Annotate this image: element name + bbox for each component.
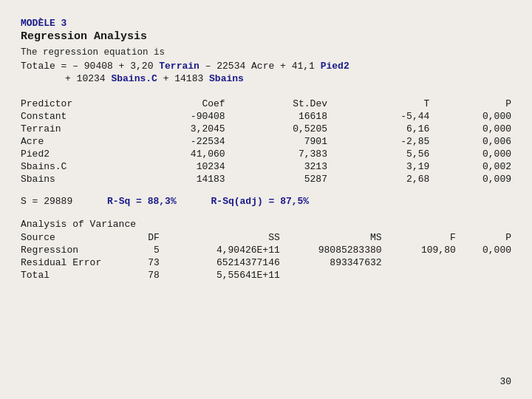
pred-p: 0,006 — [429, 135, 511, 148]
pred-coef: 41,060 — [123, 148, 225, 160]
anova-source: Total — [21, 269, 123, 282]
regression-title: Regression Analysis — [21, 30, 511, 43]
pred-name: Terrain — [21, 123, 123, 135]
pred-t: -2,85 — [327, 135, 429, 148]
eq-line2-prefix: + 10234 — [65, 73, 111, 84]
anova-ss: 65214377146 — [160, 256, 280, 269]
pred-stdev: 16618 — [225, 110, 327, 123]
eq-line1-mid: – 22534 Acre + 41,1 — [200, 61, 321, 72]
header-stdev: St.Dev — [225, 98, 327, 110]
pred-stdev: 0,5205 — [225, 123, 327, 135]
anova-header: Analysis of Variance — [21, 219, 511, 230]
rsq-spacer2 — [183, 196, 205, 207]
eq-sbainsc: Sbains.C — [111, 73, 157, 84]
anova-ms: 893347632 — [280, 256, 382, 269]
anova-col-p: P — [456, 231, 511, 244]
anova-header-row: Source DF SS MS F P — [21, 231, 511, 244]
anova-row: Total 78 5,55641E+11 — [21, 269, 511, 282]
anova-p — [456, 256, 511, 269]
anova-df: 5 — [123, 244, 160, 256]
rsq-adj-value: R-Sq(adj) = 87,5% — [211, 196, 310, 207]
pred-p: 0,000 — [429, 123, 511, 135]
page-number: 30 — [499, 376, 511, 387]
anova-row: Regression 5 4,90426E+11 98085283380 109… — [21, 244, 511, 256]
pred-name: Pied2 — [21, 148, 123, 160]
eq-sbains: Sbains — [209, 73, 244, 84]
pred-coef: -22534 — [123, 135, 225, 148]
anova-ss: 5,55641E+11 — [160, 269, 280, 282]
anova-ms — [280, 269, 382, 282]
header-p: P — [429, 98, 511, 110]
rsq-spacer — [78, 196, 101, 207]
anova-f — [382, 269, 456, 282]
anova-row: Residual Error 73 65214377146 893347632 — [21, 256, 511, 269]
pred-coef: 14183 — [123, 173, 225, 185]
pred-t: 2,68 — [327, 173, 429, 185]
pred-stdev: 7,383 — [225, 148, 327, 160]
eq-line1-prefix: Totale = – 90408 + 3,20 — [21, 61, 159, 72]
anova-f: 109,80 — [382, 244, 456, 256]
table-row: Sbains 14183 5287 2,68 0,009 — [21, 173, 511, 185]
anova-source: Residual Error — [21, 256, 123, 269]
anova-col-source: Source — [21, 231, 123, 244]
pred-coef: 10234 — [123, 160, 225, 173]
header-coef: Coef — [123, 98, 225, 110]
pred-name: Constant — [21, 110, 123, 123]
s-value: S = 29889 — [21, 196, 72, 207]
rsq-line: S = 29889 R-Sq = 88,3% R-Sq(adj) = 87,5% — [21, 196, 511, 207]
pred-stdev: 3213 — [225, 160, 327, 173]
table-row: Acre -22534 7901 -2,85 0,006 — [21, 135, 511, 148]
eq-pied2: Pied2 — [321, 61, 349, 72]
pred-stdev: 7901 — [225, 135, 327, 148]
equation-line2: + 10234 Sbains.C + 14183 Sbains — [65, 73, 511, 84]
pred-name: Sbains.C — [21, 160, 123, 173]
pred-name: Sbains — [21, 173, 123, 185]
pred-p: 0,002 — [429, 160, 511, 173]
equation-line1: Totale = – 90408 + 3,20 Terrain – 22534 … — [21, 61, 511, 72]
equation-block: Totale = – 90408 + 3,20 Terrain – 22534 … — [21, 61, 511, 84]
pred-t: 3,19 — [327, 160, 429, 173]
anova-p — [456, 269, 511, 282]
page: MODÈLE 3 Regression Analysis The regress… — [0, 0, 532, 399]
anova-col-df: DF — [123, 231, 160, 244]
anova-source: Regression — [21, 244, 123, 256]
pred-coef: -90408 — [123, 110, 225, 123]
subtitle: The regression equation is — [21, 47, 511, 58]
anova-table: Source DF SS MS F P Regression 5 4,90426… — [21, 231, 511, 282]
table-row: Sbains.C 10234 3213 3,19 0,002 — [21, 160, 511, 173]
anova-ms: 98085283380 — [280, 244, 382, 256]
pred-stdev: 5287 — [225, 173, 327, 185]
pred-t: -5,44 — [327, 110, 429, 123]
pred-t: 6,16 — [327, 123, 429, 135]
modele-title: MODÈLE 3 — [21, 18, 511, 29]
anova-section: Analysis of Variance Source DF SS MS F P… — [21, 219, 511, 282]
anova-col-ss: SS — [160, 231, 280, 244]
pred-name: Acre — [21, 135, 123, 148]
anova-df: 78 — [123, 269, 160, 282]
anova-ss: 4,90426E+11 — [160, 244, 280, 256]
table-row: Constant -90408 16618 -5,44 0,000 — [21, 110, 511, 123]
anova-col-f: F — [382, 231, 456, 244]
eq-line2-mid: + 14183 — [157, 73, 209, 84]
anova-f — [382, 256, 456, 269]
anova-col-ms: MS — [280, 231, 382, 244]
pred-coef: 3,2045 — [123, 123, 225, 135]
table-row: Pied2 41,060 7,383 5,56 0,000 — [21, 148, 511, 160]
header-predictor: Predictor — [21, 98, 123, 110]
pred-p: 0,000 — [429, 148, 511, 160]
anova-df: 73 — [123, 256, 160, 269]
table-row: Terrain 3,2045 0,5205 6,16 0,000 — [21, 123, 511, 135]
predictor-table: Predictor Coef St.Dev T P Constant -9040… — [21, 98, 511, 185]
pred-t: 5,56 — [327, 148, 429, 160]
predictor-header-row: Predictor Coef St.Dev T P — [21, 98, 511, 110]
anova-p: 0,000 — [456, 244, 511, 256]
eq-terrain: Terrain — [159, 61, 200, 72]
pred-p: 0,009 — [429, 173, 511, 185]
pred-p: 0,000 — [429, 110, 511, 123]
header-t: T — [327, 98, 429, 110]
rsq-value: R-Sq = 88,3% — [107, 196, 177, 207]
